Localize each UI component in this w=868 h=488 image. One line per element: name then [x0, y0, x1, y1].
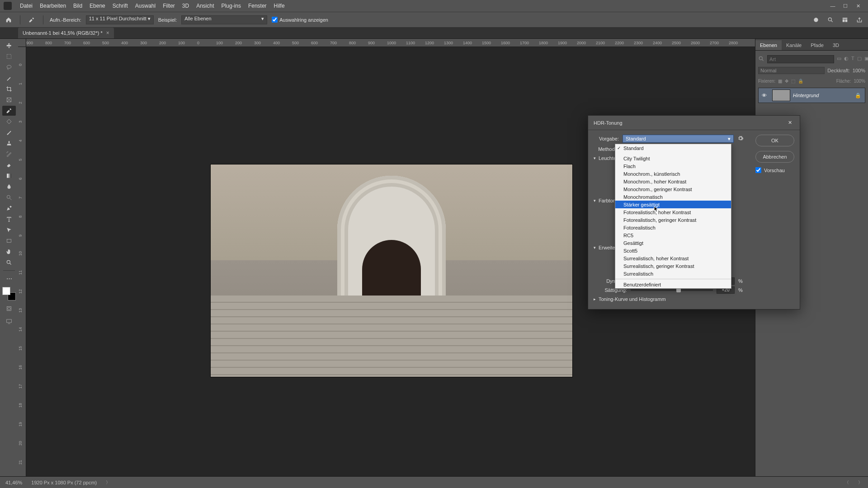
- history-brush-tool[interactable]: [2, 149, 16, 159]
- marquee-tool[interactable]: [2, 52, 16, 61]
- preset-dropdown[interactable]: Standard ▾: [623, 135, 734, 143]
- menu-layer[interactable]: Ebene: [86, 3, 109, 9]
- layer-row-background[interactable]: 👁 Hintergrund 🔒: [758, 88, 865, 103]
- filter-type-icon[interactable]: T: [851, 56, 854, 63]
- menu-image[interactable]: Bild: [70, 3, 86, 9]
- tab-channels[interactable]: Kanäle: [782, 40, 806, 50]
- clone-stamp-tool[interactable]: [2, 138, 16, 148]
- preset-option[interactable]: Standard: [615, 144, 731, 152]
- chevron-right-icon[interactable]: 〉: [106, 479, 110, 486]
- layer-thumbnail[interactable]: [772, 89, 790, 101]
- lock-position-icon[interactable]: ✥: [785, 79, 788, 84]
- edit-toolbar-button[interactable]: ⋯: [2, 273, 16, 283]
- menu-filter[interactable]: Filter: [159, 3, 179, 9]
- opacity-value[interactable]: 100%: [853, 68, 865, 73]
- saturation-slider[interactable]: [631, 289, 713, 291]
- document-tab[interactable]: Unbenannt-1 bei 41,5% (RGB/32*) * ×: [18, 28, 114, 38]
- home-icon[interactable]: [4, 15, 14, 25]
- menu-view[interactable]: Ansicht: [193, 3, 217, 9]
- preset-option[interactable]: Stärker gesättigt: [615, 201, 731, 208]
- lock-icon[interactable]: 🔒: [855, 93, 861, 99]
- zoom-level[interactable]: 41,46%: [5, 480, 22, 485]
- menu-select[interactable]: Auswahl: [132, 3, 159, 9]
- preset-option-custom[interactable]: Benutzerdefiniert: [615, 281, 731, 288]
- preset-option[interactable]: Monochrom., künstlerisch: [615, 170, 731, 178]
- type-tool[interactable]: [2, 214, 16, 224]
- menu-type[interactable]: Schrift: [109, 3, 132, 9]
- filter-pixel-icon[interactable]: ▭: [837, 56, 841, 63]
- gradient-tool[interactable]: [2, 171, 16, 181]
- menu-3d[interactable]: 3D: [179, 3, 193, 9]
- magic-wand-tool[interactable]: [2, 73, 16, 83]
- chevron-left-icon[interactable]: 〈: [844, 479, 849, 486]
- lock-artboard-icon[interactable]: ⬚: [791, 79, 795, 84]
- move-tool[interactable]: [2, 41, 16, 51]
- fill-value[interactable]: 100%: [854, 79, 865, 84]
- zoom-tool[interactable]: [2, 258, 16, 267]
- blend-mode-dropdown[interactable]: Normal: [758, 67, 825, 74]
- dialog-close-button[interactable]: ✕: [785, 118, 794, 127]
- cancel-button[interactable]: Abbrechen: [755, 151, 794, 163]
- workspace-icon[interactable]: [840, 15, 850, 25]
- screen-mode-button[interactable]: [2, 317, 16, 326]
- preset-option[interactable]: Surrealistisch: [615, 270, 731, 277]
- color-swatches[interactable]: [2, 287, 16, 300]
- preset-option[interactable]: Flach: [615, 162, 731, 170]
- ok-button[interactable]: OK: [755, 135, 794, 146]
- blur-tool[interactable]: [2, 182, 16, 192]
- preset-option[interactable]: Fotorealistisch, geringer Kontrast: [615, 216, 731, 224]
- close-icon[interactable]: ×: [106, 30, 109, 36]
- show-sampling-ring-checkbox[interactable]: Auswahlring anzeigen: [272, 17, 328, 23]
- quick-mask-button[interactable]: [2, 304, 16, 313]
- healing-brush-tool[interactable]: [2, 117, 16, 127]
- gear-icon[interactable]: [737, 135, 745, 142]
- tab-3d[interactable]: 3D: [828, 40, 844, 50]
- menu-file[interactable]: Datei: [16, 3, 36, 9]
- rectangle-tool[interactable]: [2, 236, 16, 246]
- preset-option[interactable]: Surrealistisch, hoher Kontrast: [615, 254, 731, 262]
- crop-tool[interactable]: [2, 84, 16, 94]
- layer-filter-input[interactable]: [767, 55, 834, 63]
- sample-size-dropdown[interactable]: 11 x 11 Pixel Durchschnitt ▾: [86, 15, 154, 24]
- frame-tool[interactable]: [2, 95, 16, 105]
- lasso-tool[interactable]: [2, 62, 16, 72]
- tab-layers[interactable]: Ebenen: [755, 40, 782, 50]
- filter-smart-icon[interactable]: ▣: [864, 56, 868, 63]
- cloud-docs-icon[interactable]: [811, 15, 821, 25]
- window-close-button[interactable]: ✕: [852, 3, 864, 9]
- window-minimize-button[interactable]: —: [826, 3, 839, 9]
- preset-option[interactable]: Fotorealistisch: [615, 224, 731, 231]
- dodge-tool[interactable]: [2, 192, 16, 202]
- preview-checkbox[interactable]: Vorschau: [755, 167, 794, 173]
- document-dimensions[interactable]: 1920 Px x 1080 Px (72 ppcm): [31, 480, 97, 485]
- preset-option[interactable]: Surrealistisch, geringer Kontrast: [615, 262, 731, 270]
- preset-option[interactable]: Fotorealistisch, hoher Kontrast: [615, 208, 731, 216]
- menu-edit[interactable]: Bearbeiten: [36, 3, 70, 9]
- share-icon[interactable]: [854, 15, 864, 25]
- preset-option[interactable]: Scott5: [615, 247, 731, 254]
- lock-pixels-icon[interactable]: ▦: [778, 79, 782, 84]
- menu-plugins[interactable]: Plug-ins: [218, 3, 245, 9]
- filter-adjust-icon[interactable]: ◐: [844, 56, 849, 63]
- eraser-tool[interactable]: [2, 160, 16, 170]
- section-curve[interactable]: ▸Toning-Kurve und Histogramm: [594, 296, 745, 302]
- menu-window[interactable]: Fenster: [245, 3, 270, 9]
- visibility-icon[interactable]: 👁: [759, 93, 769, 98]
- dialog-titlebar[interactable]: HDR-Tonung ✕: [588, 116, 800, 130]
- window-maximize-button[interactable]: ☐: [839, 3, 852, 9]
- tab-paths[interactable]: Pfade: [806, 40, 828, 50]
- eyedropper-icon[interactable]: [27, 15, 37, 25]
- lock-all-icon[interactable]: 🔒: [798, 79, 803, 84]
- eyedropper-tool[interactable]: [2, 106, 16, 116]
- sample-source-dropdown[interactable]: Alle Ebenen ▾: [181, 15, 267, 24]
- chevron-right-icon[interactable]: 〉: [858, 479, 863, 486]
- preset-option[interactable]: Gesättigt: [615, 239, 731, 247]
- preset-option[interactable]: Monochromatisch: [615, 193, 731, 201]
- hand-tool[interactable]: [2, 247, 16, 257]
- preset-option[interactable]: Monochrom., geringer Kontrast: [615, 185, 731, 193]
- path-selection-tool[interactable]: [2, 225, 16, 235]
- preset-option[interactable]: RC5: [615, 231, 731, 239]
- brush-tool[interactable]: [2, 127, 16, 137]
- search-icon[interactable]: [826, 15, 835, 25]
- filter-shape-icon[interactable]: ▢: [857, 56, 862, 63]
